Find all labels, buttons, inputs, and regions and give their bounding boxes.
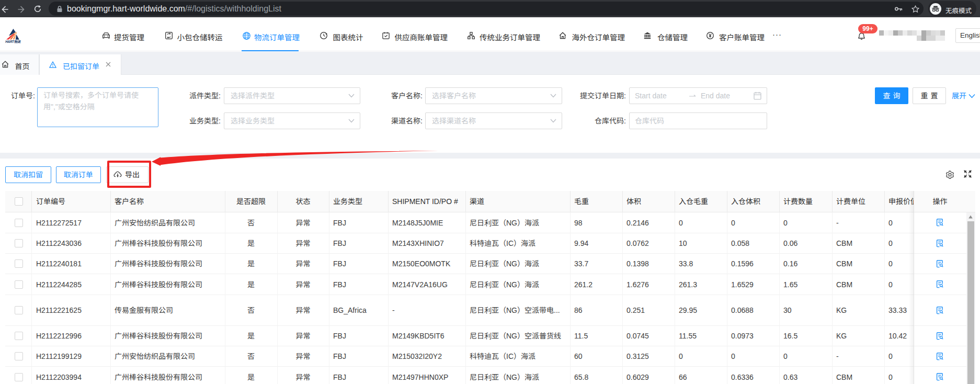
svg-text:HART物流: HART物流 — [5, 40, 21, 43]
